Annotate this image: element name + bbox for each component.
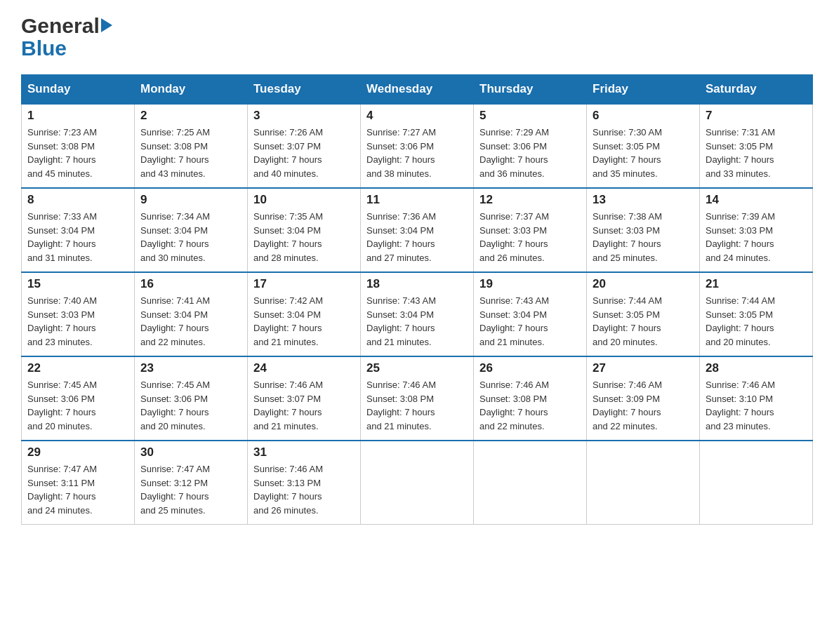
- calendar-day-4: 4 Sunrise: 7:27 AM Sunset: 3:06 PM Dayli…: [361, 104, 474, 188]
- day-info: Sunrise: 7:26 AM Sunset: 3:07 PM Dayligh…: [253, 126, 355, 180]
- calendar-day-1: 1 Sunrise: 7:23 AM Sunset: 3:08 PM Dayli…: [22, 104, 135, 188]
- day-info: Sunrise: 7:39 AM Sunset: 3:03 PM Dayligh…: [706, 210, 807, 264]
- calendar-day-11: 11 Sunrise: 7:36 AM Sunset: 3:04 PM Dayl…: [361, 188, 474, 272]
- calendar-day-12: 12 Sunrise: 7:37 AM Sunset: 3:03 PM Dayl…: [474, 188, 587, 272]
- calendar-day-27: 27 Sunrise: 7:46 AM Sunset: 3:09 PM Dayl…: [587, 356, 700, 441]
- calendar-week-1: 1 Sunrise: 7:23 AM Sunset: 3:08 PM Dayli…: [22, 104, 813, 188]
- logo: General Blue: [21, 14, 112, 60]
- calendar-day-19: 19 Sunrise: 7:43 AM Sunset: 3:04 PM Dayl…: [474, 272, 587, 356]
- day-header-saturday: Saturday: [700, 75, 813, 105]
- calendar-day-31: 31 Sunrise: 7:46 AM Sunset: 3:13 PM Dayl…: [248, 441, 361, 525]
- day-info: Sunrise: 7:46 AM Sunset: 3:08 PM Dayligh…: [366, 378, 468, 433]
- calendar-day-20: 20 Sunrise: 7:44 AM Sunset: 3:05 PM Dayl…: [587, 272, 700, 356]
- day-number: 14: [706, 193, 807, 207]
- day-number: 20: [593, 277, 694, 291]
- calendar-empty-cell: [361, 441, 474, 525]
- day-number: 3: [253, 109, 355, 123]
- day-number: 13: [593, 193, 694, 207]
- day-info: Sunrise: 7:45 AM Sunset: 3:06 PM Dayligh…: [140, 378, 241, 433]
- day-header-thursday: Thursday: [474, 75, 587, 105]
- day-number: 11: [366, 193, 468, 207]
- logo-blue-text: Blue: [21, 36, 67, 60]
- calendar-day-29: 29 Sunrise: 7:47 AM Sunset: 3:11 PM Dayl…: [22, 441, 135, 525]
- day-number: 28: [706, 361, 807, 375]
- day-info: Sunrise: 7:40 AM Sunset: 3:03 PM Dayligh…: [27, 294, 128, 349]
- day-number: 8: [27, 193, 128, 207]
- day-info: Sunrise: 7:37 AM Sunset: 3:03 PM Dayligh…: [479, 210, 581, 264]
- day-info: Sunrise: 7:43 AM Sunset: 3:04 PM Dayligh…: [366, 294, 468, 349]
- calendar-header-row: SundayMondayTuesdayWednesdayThursdayFrid…: [22, 75, 813, 105]
- calendar-empty-cell: [587, 441, 700, 525]
- day-number: 17: [253, 277, 355, 291]
- day-info: Sunrise: 7:43 AM Sunset: 3:04 PM Dayligh…: [479, 294, 581, 349]
- day-info: Sunrise: 7:46 AM Sunset: 3:07 PM Dayligh…: [253, 378, 355, 433]
- day-number: 1: [27, 109, 128, 123]
- calendar-day-18: 18 Sunrise: 7:43 AM Sunset: 3:04 PM Dayl…: [361, 272, 474, 356]
- day-info: Sunrise: 7:35 AM Sunset: 3:04 PM Dayligh…: [253, 210, 355, 264]
- day-number: 6: [593, 109, 694, 123]
- calendar-table: SundayMondayTuesdayWednesdayThursdayFrid…: [21, 74, 813, 525]
- calendar-empty-cell: [474, 441, 587, 525]
- calendar-day-7: 7 Sunrise: 7:31 AM Sunset: 3:05 PM Dayli…: [700, 104, 813, 188]
- day-number: 18: [366, 277, 468, 291]
- day-number: 23: [140, 361, 241, 375]
- day-number: 2: [140, 109, 241, 123]
- page-header: General Blue: [21, 14, 813, 60]
- day-info: Sunrise: 7:38 AM Sunset: 3:03 PM Dayligh…: [593, 210, 694, 264]
- day-info: Sunrise: 7:45 AM Sunset: 3:06 PM Dayligh…: [27, 378, 128, 433]
- day-number: 31: [253, 445, 355, 459]
- day-info: Sunrise: 7:46 AM Sunset: 3:10 PM Dayligh…: [706, 378, 807, 433]
- calendar-day-21: 21 Sunrise: 7:44 AM Sunset: 3:05 PM Dayl…: [700, 272, 813, 356]
- day-number: 22: [27, 361, 128, 375]
- day-info: Sunrise: 7:27 AM Sunset: 3:06 PM Dayligh…: [366, 126, 468, 180]
- calendar-empty-cell: [700, 441, 813, 525]
- day-number: 5: [479, 109, 581, 123]
- day-number: 29: [27, 445, 128, 459]
- calendar-day-6: 6 Sunrise: 7:30 AM Sunset: 3:05 PM Dayli…: [587, 104, 700, 188]
- day-number: 24: [253, 361, 355, 375]
- day-info: Sunrise: 7:23 AM Sunset: 3:08 PM Dayligh…: [27, 126, 128, 180]
- calendar-day-10: 10 Sunrise: 7:35 AM Sunset: 3:04 PM Dayl…: [248, 188, 361, 272]
- day-number: 25: [366, 361, 468, 375]
- day-number: 15: [27, 277, 128, 291]
- calendar-day-24: 24 Sunrise: 7:46 AM Sunset: 3:07 PM Dayl…: [248, 356, 361, 441]
- day-info: Sunrise: 7:46 AM Sunset: 3:13 PM Dayligh…: [253, 462, 355, 517]
- day-info: Sunrise: 7:30 AM Sunset: 3:05 PM Dayligh…: [593, 126, 694, 180]
- calendar-day-30: 30 Sunrise: 7:47 AM Sunset: 3:12 PM Dayl…: [135, 441, 248, 525]
- calendar-day-5: 5 Sunrise: 7:29 AM Sunset: 3:06 PM Dayli…: [474, 104, 587, 188]
- day-info: Sunrise: 7:47 AM Sunset: 3:11 PM Dayligh…: [27, 462, 128, 517]
- day-header-monday: Monday: [135, 75, 248, 105]
- day-header-wednesday: Wednesday: [361, 75, 474, 105]
- day-info: Sunrise: 7:46 AM Sunset: 3:09 PM Dayligh…: [593, 378, 694, 433]
- day-number: 4: [366, 109, 468, 123]
- day-info: Sunrise: 7:25 AM Sunset: 3:08 PM Dayligh…: [140, 126, 241, 180]
- day-info: Sunrise: 7:33 AM Sunset: 3:04 PM Dayligh…: [27, 210, 128, 264]
- day-info: Sunrise: 7:36 AM Sunset: 3:04 PM Dayligh…: [366, 210, 468, 264]
- calendar-day-26: 26 Sunrise: 7:46 AM Sunset: 3:08 PM Dayl…: [474, 356, 587, 441]
- day-info: Sunrise: 7:29 AM Sunset: 3:06 PM Dayligh…: [479, 126, 581, 180]
- calendar-day-14: 14 Sunrise: 7:39 AM Sunset: 3:03 PM Dayl…: [700, 188, 813, 272]
- day-info: Sunrise: 7:34 AM Sunset: 3:04 PM Dayligh…: [140, 210, 241, 264]
- day-header-friday: Friday: [587, 75, 700, 105]
- day-info: Sunrise: 7:46 AM Sunset: 3:08 PM Dayligh…: [479, 378, 581, 433]
- calendar-day-28: 28 Sunrise: 7:46 AM Sunset: 3:10 PM Dayl…: [700, 356, 813, 441]
- calendar-week-2: 8 Sunrise: 7:33 AM Sunset: 3:04 PM Dayli…: [22, 188, 813, 272]
- day-info: Sunrise: 7:44 AM Sunset: 3:05 PM Dayligh…: [593, 294, 694, 349]
- day-number: 10: [253, 193, 355, 207]
- day-number: 16: [140, 277, 241, 291]
- calendar-day-8: 8 Sunrise: 7:33 AM Sunset: 3:04 PM Dayli…: [22, 188, 135, 272]
- day-number: 21: [706, 277, 807, 291]
- calendar-day-13: 13 Sunrise: 7:38 AM Sunset: 3:03 PM Dayl…: [587, 188, 700, 272]
- day-number: 9: [140, 193, 241, 207]
- day-info: Sunrise: 7:41 AM Sunset: 3:04 PM Dayligh…: [140, 294, 241, 349]
- calendar-day-16: 16 Sunrise: 7:41 AM Sunset: 3:04 PM Dayl…: [135, 272, 248, 356]
- calendar-day-9: 9 Sunrise: 7:34 AM Sunset: 3:04 PM Dayli…: [135, 188, 248, 272]
- day-header-sunday: Sunday: [22, 75, 135, 105]
- calendar-week-5: 29 Sunrise: 7:47 AM Sunset: 3:11 PM Dayl…: [22, 441, 813, 525]
- calendar-day-22: 22 Sunrise: 7:45 AM Sunset: 3:06 PM Dayl…: [22, 356, 135, 441]
- day-info: Sunrise: 7:44 AM Sunset: 3:05 PM Dayligh…: [706, 294, 807, 349]
- calendar-day-2: 2 Sunrise: 7:25 AM Sunset: 3:08 PM Dayli…: [135, 104, 248, 188]
- day-number: 27: [593, 361, 694, 375]
- day-info: Sunrise: 7:42 AM Sunset: 3:04 PM Dayligh…: [253, 294, 355, 349]
- day-number: 7: [706, 109, 807, 123]
